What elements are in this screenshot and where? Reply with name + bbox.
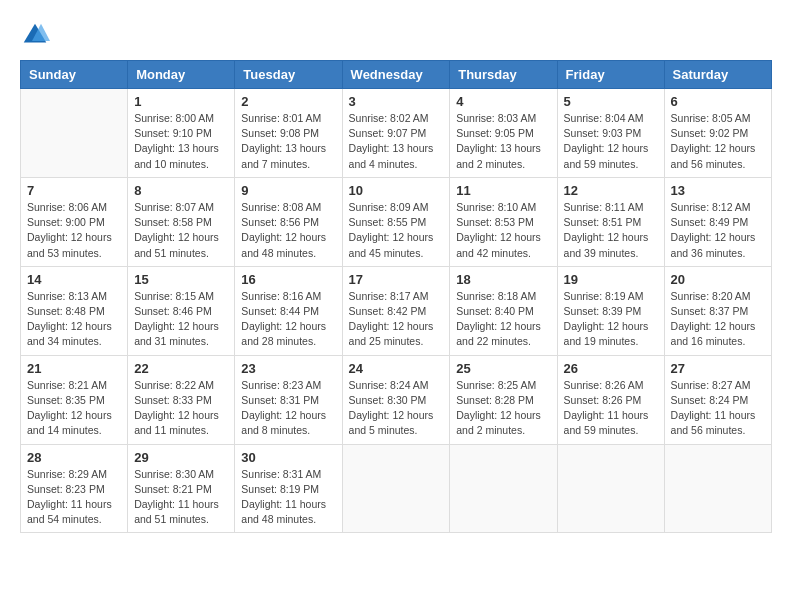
day-number: 20 [671,272,765,287]
day-info: Sunrise: 8:11 AMSunset: 8:51 PMDaylight:… [564,200,658,261]
day-number: 29 [134,450,228,465]
day-cell: 7Sunrise: 8:06 AMSunset: 9:00 PMDaylight… [21,177,128,266]
day-info: Sunrise: 8:23 AMSunset: 8:31 PMDaylight:… [241,378,335,439]
day-cell: 19Sunrise: 8:19 AMSunset: 8:39 PMDayligh… [557,266,664,355]
day-info: Sunrise: 8:27 AMSunset: 8:24 PMDaylight:… [671,378,765,439]
header-cell-sunday: Sunday [21,61,128,89]
day-info: Sunrise: 8:25 AMSunset: 8:28 PMDaylight:… [456,378,550,439]
day-cell: 15Sunrise: 8:15 AMSunset: 8:46 PMDayligh… [128,266,235,355]
day-cell: 24Sunrise: 8:24 AMSunset: 8:30 PMDayligh… [342,355,450,444]
day-number: 8 [134,183,228,198]
day-cell: 1Sunrise: 8:00 AMSunset: 9:10 PMDaylight… [128,89,235,178]
week-row-3: 21Sunrise: 8:21 AMSunset: 8:35 PMDayligh… [21,355,772,444]
day-number: 3 [349,94,444,109]
day-cell: 28Sunrise: 8:29 AMSunset: 8:23 PMDayligh… [21,444,128,533]
day-number: 12 [564,183,658,198]
day-info: Sunrise: 8:17 AMSunset: 8:42 PMDaylight:… [349,289,444,350]
day-cell: 23Sunrise: 8:23 AMSunset: 8:31 PMDayligh… [235,355,342,444]
header-cell-friday: Friday [557,61,664,89]
day-cell: 27Sunrise: 8:27 AMSunset: 8:24 PMDayligh… [664,355,771,444]
day-info: Sunrise: 8:16 AMSunset: 8:44 PMDaylight:… [241,289,335,350]
day-info: Sunrise: 8:30 AMSunset: 8:21 PMDaylight:… [134,467,228,528]
day-number: 15 [134,272,228,287]
calendar: SundayMondayTuesdayWednesdayThursdayFrid… [20,60,772,533]
day-cell [664,444,771,533]
day-number: 9 [241,183,335,198]
day-number: 7 [27,183,121,198]
day-number: 21 [27,361,121,376]
day-number: 14 [27,272,121,287]
day-info: Sunrise: 8:04 AMSunset: 9:03 PMDaylight:… [564,111,658,172]
header-cell-saturday: Saturday [664,61,771,89]
day-info: Sunrise: 8:09 AMSunset: 8:55 PMDaylight:… [349,200,444,261]
day-cell [450,444,557,533]
week-row-4: 28Sunrise: 8:29 AMSunset: 8:23 PMDayligh… [21,444,772,533]
day-cell: 29Sunrise: 8:30 AMSunset: 8:21 PMDayligh… [128,444,235,533]
day-info: Sunrise: 8:24 AMSunset: 8:30 PMDaylight:… [349,378,444,439]
day-cell: 6Sunrise: 8:05 AMSunset: 9:02 PMDaylight… [664,89,771,178]
day-cell: 20Sunrise: 8:20 AMSunset: 8:37 PMDayligh… [664,266,771,355]
day-info: Sunrise: 8:22 AMSunset: 8:33 PMDaylight:… [134,378,228,439]
day-number: 4 [456,94,550,109]
day-info: Sunrise: 8:06 AMSunset: 9:00 PMDaylight:… [27,200,121,261]
page-header [20,20,772,50]
day-info: Sunrise: 8:03 AMSunset: 9:05 PMDaylight:… [456,111,550,172]
day-cell: 14Sunrise: 8:13 AMSunset: 8:48 PMDayligh… [21,266,128,355]
day-number: 24 [349,361,444,376]
day-number: 19 [564,272,658,287]
day-cell: 2Sunrise: 8:01 AMSunset: 9:08 PMDaylight… [235,89,342,178]
week-row-0: 1Sunrise: 8:00 AMSunset: 9:10 PMDaylight… [21,89,772,178]
day-cell: 10Sunrise: 8:09 AMSunset: 8:55 PMDayligh… [342,177,450,266]
day-number: 25 [456,361,550,376]
day-cell: 13Sunrise: 8:12 AMSunset: 8:49 PMDayligh… [664,177,771,266]
logo [20,20,55,50]
day-info: Sunrise: 8:26 AMSunset: 8:26 PMDaylight:… [564,378,658,439]
day-cell: 16Sunrise: 8:16 AMSunset: 8:44 PMDayligh… [235,266,342,355]
day-info: Sunrise: 8:15 AMSunset: 8:46 PMDaylight:… [134,289,228,350]
header-cell-wednesday: Wednesday [342,61,450,89]
header-row: SundayMondayTuesdayWednesdayThursdayFrid… [21,61,772,89]
day-cell: 18Sunrise: 8:18 AMSunset: 8:40 PMDayligh… [450,266,557,355]
day-info: Sunrise: 8:10 AMSunset: 8:53 PMDaylight:… [456,200,550,261]
day-cell: 9Sunrise: 8:08 AMSunset: 8:56 PMDaylight… [235,177,342,266]
day-cell: 5Sunrise: 8:04 AMSunset: 9:03 PMDaylight… [557,89,664,178]
day-info: Sunrise: 8:19 AMSunset: 8:39 PMDaylight:… [564,289,658,350]
day-info: Sunrise: 8:01 AMSunset: 9:08 PMDaylight:… [241,111,335,172]
day-number: 10 [349,183,444,198]
day-cell [342,444,450,533]
day-number: 1 [134,94,228,109]
day-number: 5 [564,94,658,109]
day-cell [21,89,128,178]
day-number: 22 [134,361,228,376]
day-number: 6 [671,94,765,109]
day-info: Sunrise: 8:12 AMSunset: 8:49 PMDaylight:… [671,200,765,261]
day-info: Sunrise: 8:07 AMSunset: 8:58 PMDaylight:… [134,200,228,261]
day-cell [557,444,664,533]
day-info: Sunrise: 8:00 AMSunset: 9:10 PMDaylight:… [134,111,228,172]
day-info: Sunrise: 8:08 AMSunset: 8:56 PMDaylight:… [241,200,335,261]
day-number: 23 [241,361,335,376]
day-info: Sunrise: 8:29 AMSunset: 8:23 PMDaylight:… [27,467,121,528]
day-number: 28 [27,450,121,465]
day-cell: 8Sunrise: 8:07 AMSunset: 8:58 PMDaylight… [128,177,235,266]
day-info: Sunrise: 8:05 AMSunset: 9:02 PMDaylight:… [671,111,765,172]
day-cell: 26Sunrise: 8:26 AMSunset: 8:26 PMDayligh… [557,355,664,444]
day-info: Sunrise: 8:21 AMSunset: 8:35 PMDaylight:… [27,378,121,439]
day-number: 30 [241,450,335,465]
day-number: 17 [349,272,444,287]
day-info: Sunrise: 8:18 AMSunset: 8:40 PMDaylight:… [456,289,550,350]
day-cell: 25Sunrise: 8:25 AMSunset: 8:28 PMDayligh… [450,355,557,444]
day-cell: 21Sunrise: 8:21 AMSunset: 8:35 PMDayligh… [21,355,128,444]
day-number: 26 [564,361,658,376]
day-info: Sunrise: 8:13 AMSunset: 8:48 PMDaylight:… [27,289,121,350]
day-cell: 22Sunrise: 8:22 AMSunset: 8:33 PMDayligh… [128,355,235,444]
day-cell: 11Sunrise: 8:10 AMSunset: 8:53 PMDayligh… [450,177,557,266]
day-info: Sunrise: 8:31 AMSunset: 8:19 PMDaylight:… [241,467,335,528]
day-info: Sunrise: 8:20 AMSunset: 8:37 PMDaylight:… [671,289,765,350]
header-cell-tuesday: Tuesday [235,61,342,89]
day-cell: 30Sunrise: 8:31 AMSunset: 8:19 PMDayligh… [235,444,342,533]
day-number: 18 [456,272,550,287]
week-row-2: 14Sunrise: 8:13 AMSunset: 8:48 PMDayligh… [21,266,772,355]
day-cell: 17Sunrise: 8:17 AMSunset: 8:42 PMDayligh… [342,266,450,355]
day-cell: 4Sunrise: 8:03 AMSunset: 9:05 PMDaylight… [450,89,557,178]
